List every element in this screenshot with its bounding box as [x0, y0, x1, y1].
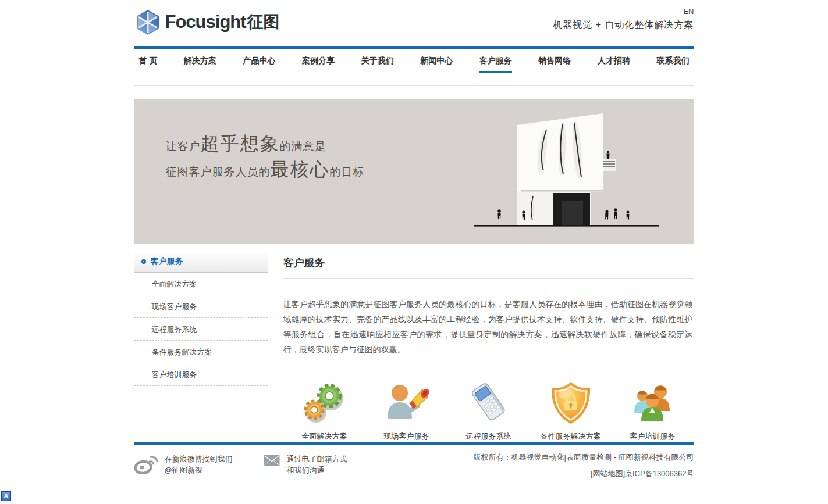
sidebar-item-training[interactable]: 客户培训服务: [134, 363, 268, 386]
nav-item-products[interactable]: 产品中心: [243, 49, 276, 85]
email-contact-link[interactable]: 通过电子邮箱方式 和我们沟通: [264, 453, 347, 476]
nav-item-about[interactable]: 关于我们: [361, 49, 394, 85]
logo-text-en: Focusight: [165, 12, 246, 33]
service-training[interactable]: 客户培训服务: [613, 380, 693, 442]
service-icons-row: 全面解决方案: [283, 380, 694, 442]
shield-lock-icon: [531, 380, 611, 426]
weibo-handle: @征图新视: [165, 466, 202, 474]
sitemap-icp-links[interactable]: [网站地图]京ICP备13006362号: [474, 469, 694, 479]
page-title: 客户服务: [283, 251, 694, 279]
logo-hexagon-icon: [134, 8, 161, 36]
nav-item-cases[interactable]: 案例分享: [302, 49, 335, 85]
sidebar-item-remote-service[interactable]: 远程服务系统: [134, 318, 268, 341]
sidebar: 客户服务 全面解决方案 现场客户服务 远程服务系统 备件服务解决方案 客户培训服…: [134, 251, 268, 442]
service-label: 备件服务解决方案: [531, 431, 611, 442]
logo-text-cn: 征图: [247, 11, 280, 33]
gears-icon: [285, 380, 365, 426]
building-illustration: [466, 99, 693, 244]
weibo-icon: [134, 455, 158, 477]
nav-item-contact[interactable]: 联系我们: [656, 49, 689, 85]
service-total-solution[interactable]: 全面解决方案: [285, 380, 365, 442]
sidebar-item-onsite-service[interactable]: 现场客户服务: [134, 295, 268, 318]
email-text-line2: 和我们沟通: [287, 466, 325, 474]
service-remote-service[interactable]: 远程服务系统: [449, 380, 529, 442]
weibo-link[interactable]: 在新浪微博找到我们 @征图新视: [134, 453, 233, 477]
service-label: 全面解决方案: [285, 431, 365, 442]
nav-item-customer-service[interactable]: 客户服务: [479, 49, 512, 85]
translate-badge[interactable]: A: [1, 491, 11, 501]
envelope-icon: [264, 455, 280, 469]
intro-paragraph: 让客户超乎想象的满意是征图客户服务人员的最核心的目标，是客服人员存在的根本理由，…: [283, 296, 694, 357]
sidebar-title: 客户服务: [151, 256, 183, 267]
main-navigation: 首 页 解决方案 产品中心 案例分享 关于我们 新闻中心 客户服务 销售网络 人…: [134, 49, 694, 86]
nav-item-news[interactable]: 新闻中心: [420, 49, 453, 85]
service-label: 客户培训服务: [613, 431, 693, 442]
copyright-text: 版权所有：机器视觉自动化|表面质量检测 - 征图新视科技有限公司: [474, 452, 694, 463]
nav-item-sales-network[interactable]: 销售网络: [538, 49, 571, 85]
weibo-text-line1: 在新浪微博找到我们: [165, 455, 233, 463]
footer-divider: [248, 455, 248, 477]
language-switch-en[interactable]: EN: [683, 7, 694, 16]
page-banner: 让客户超乎想象的满意是 征图客户服务人员的最核心的目标: [134, 99, 694, 244]
logo[interactable]: Focusight 征图: [134, 8, 280, 36]
ring-bullet-icon: [141, 259, 146, 264]
banner-slogan: 让客户超乎想象的满意是 征图客户服务人员的最核心的目标: [166, 131, 365, 183]
sidebar-header: 客户服务: [134, 251, 268, 273]
person-megaphone-icon: [367, 380, 447, 426]
service-label: 现场客户服务: [367, 431, 447, 442]
email-text-line1: 通过电子邮箱方式: [287, 455, 347, 463]
site-header: Focusight 征图 EN 机器视觉 + 自动化整体解决方案: [134, 0, 694, 46]
service-label: 远程服务系统: [449, 431, 529, 442]
main-content: 客户服务 让客户超乎想象的满意是征图客户服务人员的最核心的目标，是客服人员存在的…: [268, 251, 694, 442]
mobile-phone-icon: [449, 380, 529, 426]
nav-item-solutions[interactable]: 解决方案: [184, 49, 216, 85]
people-group-icon: [613, 380, 693, 426]
nav-item-recruitment[interactable]: 人才招聘: [598, 49, 630, 85]
service-onsite-service[interactable]: 现场客户服务: [367, 380, 447, 442]
service-spare-parts[interactable]: 备件服务解决方案: [531, 380, 611, 442]
site-tagline: 机器视觉 + 自动化整体解决方案: [553, 19, 694, 31]
sidebar-item-spare-parts[interactable]: 备件服务解决方案: [134, 341, 268, 363]
nav-item-home[interactable]: 首 页: [139, 49, 158, 85]
sidebar-item-total-solution[interactable]: 全面解决方案: [134, 273, 268, 295]
site-footer: 在新浪微博找到我们 @征图新视 通过电子邮箱方式 和我们沟通: [134, 445, 694, 499]
